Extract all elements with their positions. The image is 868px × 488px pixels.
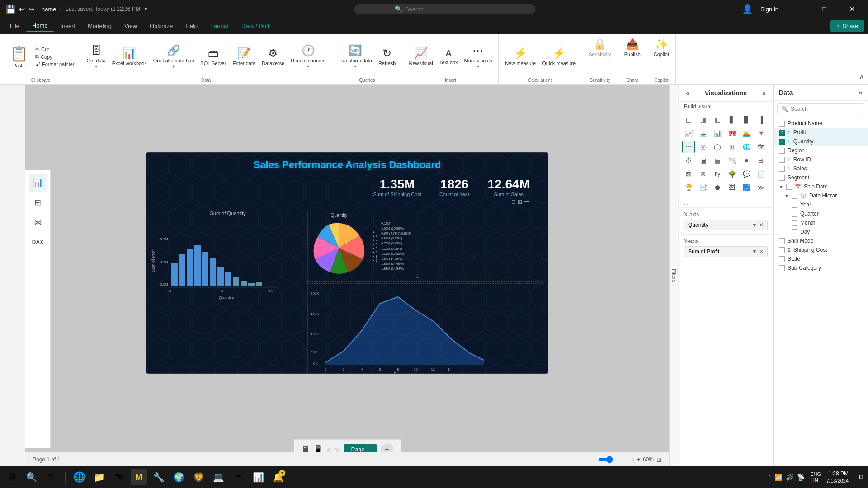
clock[interactable]: 1:28 PM 7/13/2024 bbox=[826, 470, 849, 484]
viz-azure-map[interactable]: 🗾 bbox=[740, 181, 753, 194]
menu-insert[interactable]: Insert bbox=[54, 21, 82, 31]
field-sub-category[interactable]: Sub-Category bbox=[774, 263, 868, 272]
dropdown-arrow[interactable]: ▼ bbox=[144, 7, 148, 12]
field-rowid-checkbox[interactable] bbox=[779, 157, 785, 163]
new-visual-button[interactable]: 📈 New visual bbox=[406, 45, 435, 68]
menu-format[interactable]: Format bbox=[204, 21, 235, 31]
get-data-button[interactable]: 🗄 Get data ▼ bbox=[84, 42, 108, 70]
menu-data-drill[interactable]: Data / Drill bbox=[235, 21, 275, 31]
terminal-app[interactable]: 🖥 bbox=[230, 469, 246, 485]
volume-icon[interactable]: 🔊 bbox=[786, 474, 793, 481]
viz-decomp-tree[interactable]: 🌳 bbox=[726, 168, 738, 180]
nav-model[interactable]: ⋈ bbox=[29, 213, 47, 231]
viz-stacked-bar[interactable]: ▤ bbox=[682, 113, 695, 126]
viz-metrics[interactable]: 🏆 bbox=[682, 181, 695, 194]
field-quarter[interactable]: Quarter bbox=[774, 209, 868, 218]
menu-home[interactable]: Home bbox=[26, 20, 54, 32]
viz-slicer[interactable]: ≡ bbox=[740, 154, 753, 167]
viz-donut[interactable]: ◯ bbox=[711, 141, 724, 153]
viz-gauge[interactable]: ⏱ bbox=[682, 154, 695, 167]
x-axis-field[interactable]: Quantity ▼ ✕ bbox=[684, 220, 768, 230]
field-product-name[interactable]: Product Name bbox=[774, 119, 868, 128]
viz-map[interactable]: 🌐 bbox=[740, 141, 753, 153]
viz-100-col[interactable]: ▐ bbox=[755, 113, 767, 126]
field-day[interactable]: Day bbox=[774, 227, 868, 236]
nav-dax[interactable]: DAX bbox=[29, 233, 47, 251]
powerbi-app[interactable]: M bbox=[131, 469, 147, 485]
viz-line-col[interactable]: 📊 bbox=[711, 127, 724, 140]
devops-app[interactable]: 🔧 bbox=[151, 469, 167, 485]
recent-sources-button[interactable]: 🕐 Recent sources ▼ bbox=[288, 42, 328, 70]
menu-help[interactable]: Help bbox=[179, 21, 204, 31]
nav-table[interactable]: ⊞ bbox=[29, 193, 47, 211]
data-expand-btn[interactable]: » bbox=[859, 89, 863, 97]
search-bar[interactable]: 🔍 bbox=[354, 4, 535, 14]
y-axis-remove[interactable]: ✕ bbox=[759, 249, 764, 255]
field-ship-date-chevron[interactable]: ▼ bbox=[779, 184, 783, 189]
ribbon-collapse-button[interactable]: ∧ bbox=[857, 70, 866, 83]
viz-paginated[interactable]: 📑 bbox=[697, 181, 709, 194]
paste-button[interactable]: 📋 Paste bbox=[5, 43, 33, 70]
viz-collapse-left[interactable]: « bbox=[684, 89, 691, 98]
file-explorer[interactable]: 📁 bbox=[91, 469, 107, 485]
viz-matrix[interactable]: ⊠ bbox=[682, 168, 695, 180]
viz-python[interactable]: Py bbox=[711, 168, 724, 180]
filters-panel[interactable]: Filters bbox=[670, 85, 679, 466]
viz-kpi[interactable]: 📉 bbox=[726, 154, 738, 167]
edge-browser[interactable]: 🌐 bbox=[71, 469, 87, 485]
viz-waterfall[interactable]: 🏊 bbox=[740, 127, 753, 140]
enter-data-button[interactable]: 📝 Enter data bbox=[230, 45, 258, 68]
x-axis-dropdown[interactable]: ▼ bbox=[752, 222, 757, 228]
copy-button[interactable]: ⧉ Copy bbox=[33, 53, 76, 61]
start-button[interactable]: ⊞ bbox=[4, 469, 20, 485]
quick-measure-button[interactable]: ⚡ Quick measure bbox=[539, 45, 578, 68]
field-quantity-checkbox[interactable]: ✓ bbox=[779, 139, 785, 145]
nav-report[interactable]: 📊 bbox=[29, 174, 47, 192]
viz-line[interactable]: 📈 bbox=[682, 127, 695, 140]
store-app[interactable]: 🛍 bbox=[111, 469, 127, 485]
menu-optimize[interactable]: Optimize bbox=[143, 21, 179, 31]
field-sub-category-checkbox[interactable] bbox=[779, 265, 785, 271]
maximize-button[interactable]: □ bbox=[814, 0, 835, 18]
field-region[interactable]: Region bbox=[774, 146, 868, 155]
excel-button[interactable]: 📊 Excel workbook bbox=[109, 45, 150, 68]
field-ship-mode-checkbox[interactable] bbox=[779, 238, 785, 244]
viz-clustered-col[interactable]: ▊ bbox=[740, 113, 753, 126]
field-sales[interactable]: Σ Sales bbox=[774, 164, 868, 173]
viz-area[interactable]: 🗻 bbox=[697, 127, 709, 140]
viz-pie[interactable]: ◎ bbox=[697, 141, 709, 153]
viz-smart-narrative[interactable]: 📄 bbox=[755, 168, 767, 180]
viz-filled-map[interactable]: 🗺 bbox=[755, 141, 767, 153]
viz-card[interactable]: ▣ bbox=[697, 154, 709, 167]
viz-treemap[interactable]: ⊞ bbox=[726, 141, 738, 153]
language-indicator[interactable]: ENGIN bbox=[810, 471, 821, 483]
vscode-app[interactable]: 💻 bbox=[210, 469, 226, 485]
redo-icon[interactable]: ↪ bbox=[28, 5, 34, 14]
field-quantity[interactable]: ✓ Σ Quantity bbox=[774, 137, 868, 146]
y-axis-dropdown[interactable]: ▼ bbox=[752, 249, 757, 255]
viz-image[interactable]: 🖼 bbox=[726, 181, 738, 194]
data-search-box[interactable]: 🔍 bbox=[777, 103, 864, 114]
excel-taskbar[interactable]: 📊 bbox=[250, 469, 266, 485]
field-ship-date-checkbox[interactable] bbox=[786, 184, 792, 190]
brave-browser[interactable]: 🦁 bbox=[190, 469, 207, 485]
search-taskbar[interactable]: 🔍 bbox=[24, 469, 40, 485]
viz-r-visual[interactable]: R bbox=[697, 168, 709, 180]
zoom-in-btn[interactable]: + bbox=[637, 456, 640, 463]
viz-ribbon[interactable]: 🎀 bbox=[726, 127, 738, 140]
field-date-hierarchy[interactable]: ▼ 🔱 Date Hierar... bbox=[774, 191, 868, 200]
field-month[interactable]: Month bbox=[774, 218, 868, 227]
new-measure-button[interactable]: ⚡ New measure bbox=[502, 45, 538, 68]
viz-more[interactable]: ≫ bbox=[755, 181, 767, 194]
share-button[interactable]: ↑ Share bbox=[830, 20, 864, 32]
zoom-out-btn[interactable]: - bbox=[594, 456, 595, 463]
copilot-button[interactable]: ✨ Copilot bbox=[651, 36, 672, 59]
sensitivity-button[interactable]: 🔒 Sensitivity bbox=[586, 36, 614, 59]
field-region-checkbox[interactable] bbox=[779, 148, 785, 154]
transform-button[interactable]: 🔄 Transform data ▼ bbox=[336, 42, 375, 70]
viz-funnel[interactable]: 🔻 bbox=[755, 127, 767, 140]
system-tray-expand[interactable]: ^ bbox=[769, 474, 771, 480]
refresh-button[interactable]: ↻ Refresh bbox=[376, 45, 399, 68]
menu-file[interactable]: File bbox=[4, 21, 26, 31]
field-ship-date[interactable]: ▼ 📅 Ship Date bbox=[774, 182, 868, 191]
